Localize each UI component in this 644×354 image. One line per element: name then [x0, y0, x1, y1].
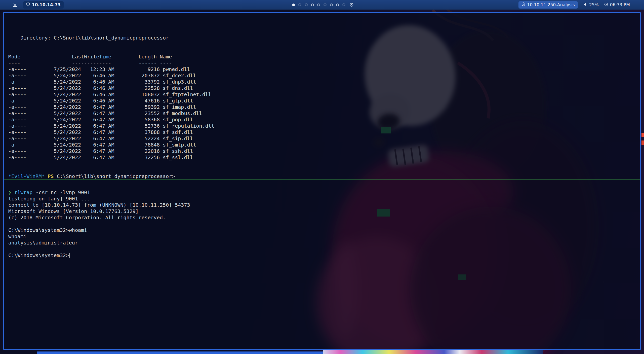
text-cursor [69, 253, 70, 258]
netcat-output: listening on [any] 9001 ...connect to [1… [8, 196, 636, 252]
workspace-dot-empty[interactable] [330, 4, 333, 6]
file-row: -a---- 5/24/2022 6:46 AM 47616 sf_gtp.dl… [8, 98, 636, 104]
directory-listing: -a---- 7/25/2024 12:23 AM 9216 pwned.dll… [8, 66, 636, 161]
file-row: -a---- 5/24/2022 6:47 AM 58368 sf_pop.dl… [8, 117, 636, 123]
terminal-window[interactable]: Directory: C:\Snort\lib\snort_dynamicpre… [3, 12, 641, 350]
file-row: -a---- 5/24/2022 6:47 AM 78848 sf_smtp.d… [8, 142, 636, 148]
output-line [8, 221, 636, 227]
workspace-indicators [291, 4, 347, 6]
blank-lines [8, 161, 636, 173]
ps-label: PS [48, 173, 54, 179]
speaker-icon [583, 2, 587, 7]
workspace-dot-empty[interactable] [317, 4, 320, 6]
output-line: whoami [8, 233, 636, 240]
file-row: -a---- 5/24/2022 6:47 AM 52224 sf_sip.dl… [8, 135, 636, 142]
top-bar: 10.10.14.73 10.10.11.250-Analysis 25% [0, 0, 644, 10]
file-row: -a---- 5/24/2022 6:46 AM 108032 sf_ftpte… [8, 91, 636, 98]
command-line: ❯ rlwrap -cAr nc -lvnp 9001 [8, 189, 636, 196]
output-line: (c) 2018 Microsoft Corporation. All righ… [8, 215, 636, 221]
workspace-dot-empty[interactable] [305, 4, 308, 6]
listing-separator: ---- ------------- ------ ---- [8, 60, 636, 66]
file-row: -a---- 5/24/2022 6:47 AM 52736 sf_reputa… [8, 123, 636, 129]
file-row: -a---- 7/25/2024 12:23 AM 9216 pwned.dll [8, 66, 636, 73]
file-row: -a---- 5/24/2022 6:47 AM 37888 sf_sdf.dl… [8, 129, 636, 135]
file-row: -a---- 5/24/2022 6:46 AM 33792 sf_dnp3.d… [8, 79, 636, 85]
clock-icon [604, 2, 608, 7]
workspace-dot-empty[interactable] [336, 4, 339, 6]
output-line: listening on [any] 9001 ... [8, 196, 636, 202]
clock[interactable]: 06:33 PM [604, 2, 630, 7]
file-row: -a---- 5/24/2022 6:46 AM 207872 sf_dce2.… [8, 73, 636, 79]
desktop: 10.10.14.73 10.10.11.250-Analysis 25% [0, 0, 644, 354]
file-row: -a---- 5/24/2022 6:47 AM 59392 sf_imap.d… [8, 104, 636, 110]
workspace-dot-empty[interactable] [324, 4, 327, 6]
output-line: analysis\administrateur [8, 240, 636, 246]
directory-line: Directory: C:\Snort\lib\snort_dynamicpre… [8, 35, 636, 41]
workspace-dot-empty[interactable] [299, 4, 301, 6]
blank-lines [8, 41, 636, 54]
shield-sync-icon [521, 2, 525, 7]
shell-prompt: C:\Windows\system32> [8, 252, 69, 258]
clock-time: 06:33 PM [610, 2, 630, 7]
file-row: -a---- 5/24/2022 6:47 AM 32256 sf_ssl.dl… [8, 154, 636, 161]
workspace-dot-empty[interactable] [311, 4, 314, 6]
command-args: -cAr nc -lvnp 9001 [35, 189, 90, 195]
output-line: C:\Windows\system32>whoami [8, 227, 636, 233]
vpn-ip-badge[interactable]: 10.10.14.73 [23, 1, 64, 9]
netcat-pane[interactable]: ❯ rlwrap -cAr nc -lvnp 9001 listening on… [4, 180, 640, 259]
output-line: Microsoft Windows [Version 10.0.17763.53… [8, 208, 636, 215]
volume-indicator[interactable]: 25% [583, 2, 599, 7]
file-row: -a---- 5/24/2022 6:47 AM 22016 sf_ssh.dl… [8, 148, 636, 154]
wallpaper-floor-art [323, 350, 543, 354]
shell-prompt-line: C:\Windows\system32> [8, 252, 636, 259]
layout-indicator-icon[interactable] [350, 3, 354, 7]
prompt-path: C:\Snort\lib\snort_dynamicpreprocessor> [57, 173, 175, 179]
evil-winrm-prompt-line: *Evil-WinRM* PS C:\Snort\lib\snort_dynam… [8, 173, 636, 180]
output-line: connect to [10.10.14.73] from (UNKNOWN) … [8, 202, 636, 208]
menu-icon[interactable] [13, 2, 18, 7]
listing-header: Mode LastWriteTime Length Name [8, 54, 636, 60]
target-host-badge[interactable]: 10.10.11.250-Analysis [518, 1, 578, 9]
file-row: -a---- 5/24/2022 6:46 AM 22528 sf_dns.dl… [8, 85, 636, 91]
evil-winrm-pane[interactable]: Directory: C:\Snort\lib\snort_dynamicpre… [4, 13, 640, 180]
file-row: -a---- 5/24/2022 6:47 AM 23552 sf_modbus… [8, 110, 636, 117]
workspace-dot-empty[interactable] [343, 4, 345, 6]
wallpaper-red-mark [641, 140, 644, 145]
command-name: rlwrap [14, 189, 32, 195]
output-line [8, 246, 636, 252]
target-host-label: 10.10.11.250-Analysis [527, 2, 575, 7]
wallpaper-red-mark [641, 133, 644, 137]
prompt-char: ❯ [8, 189, 11, 195]
vpn-ip-label: 10.10.14.73 [32, 2, 61, 7]
wallpaper-floor-blue [37, 351, 323, 354]
volume-level: 25% [589, 2, 599, 7]
shell-name: *Evil-WinRM* [8, 173, 45, 179]
workspace-dot-active[interactable] [292, 4, 295, 6]
shield-icon [26, 2, 30, 7]
